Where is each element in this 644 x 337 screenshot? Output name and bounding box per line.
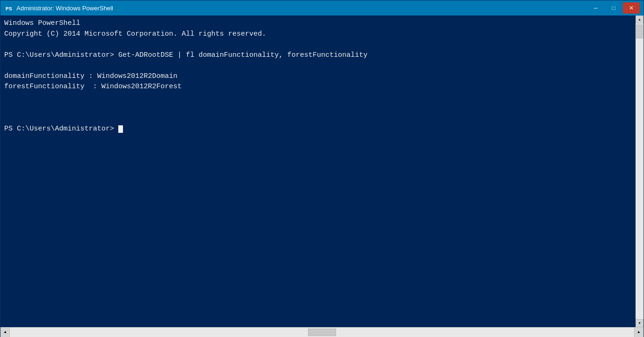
terminal-output[interactable]: Windows PowerShell Copyright (C) 2014 Mi…	[0, 15, 636, 327]
powershell-window: PS Administrator: Windows PowerShell ─ □…	[0, 0, 644, 337]
terminal-cursor	[118, 125, 123, 133]
scroll-left-button[interactable]: ◀	[0, 328, 10, 337]
window-body: Windows PowerShell Copyright (C) 2014 Mi…	[0, 15, 644, 327]
vertical-scrollbar: ▲ ▼	[636, 15, 644, 327]
powershell-icon: PS	[4, 3, 14, 13]
title-bar-left: PS Administrator: Windows PowerShell	[4, 3, 113, 13]
minimize-button[interactable]: ─	[587, 2, 604, 14]
terminal-line2: Copyright (C) 2014 Microsoft Corporation…	[4, 30, 266, 38]
title-bar-buttons: ─ □ ✕	[587, 2, 640, 14]
close-button[interactable]: ✕	[623, 2, 640, 14]
terminal-line7: forestFunctionality : Windows2012R2Fores…	[4, 83, 182, 91]
scroll-right-button[interactable]: ▶	[634, 328, 644, 337]
terminal-line4: PS C:\Users\Administrator> Get-ADRootDSE…	[4, 51, 368, 59]
svg-text:PS: PS	[6, 6, 12, 12]
scroll-thumb-vertical[interactable]	[636, 24, 643, 38]
window-title: Administrator: Windows PowerShell	[16, 5, 113, 12]
terminal-prompt: PS C:\Users\Administrator>	[4, 125, 118, 133]
scroll-down-button[interactable]: ▼	[636, 319, 644, 327]
title-bar: PS Administrator: Windows PowerShell ─ □…	[0, 0, 644, 15]
horizontal-scrollbar: ◀ ▶	[0, 327, 644, 337]
maximize-button[interactable]: □	[605, 2, 622, 14]
scroll-track-horizontal[interactable]	[10, 328, 634, 337]
scroll-track-vertical[interactable]	[636, 23, 644, 319]
scroll-thumb-horizontal[interactable]	[308, 329, 336, 336]
terminal-line1: Windows PowerShell	[4, 19, 80, 27]
terminal-line6: domainFunctionality : Windows2012R2Domai…	[4, 72, 177, 80]
scroll-up-button[interactable]: ▲	[636, 15, 644, 23]
